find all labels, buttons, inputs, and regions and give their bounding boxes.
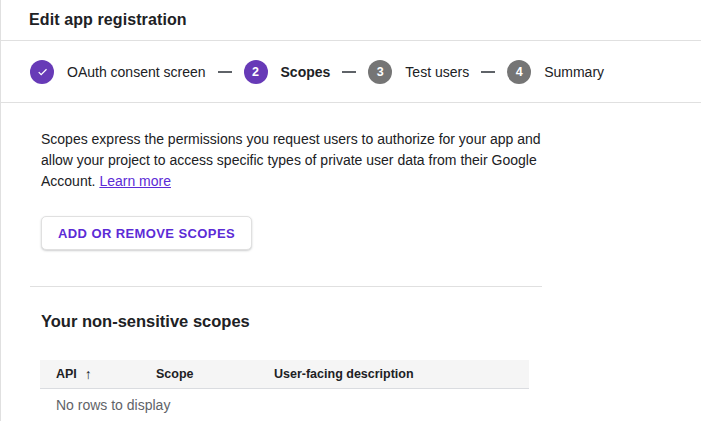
step-label: Scopes bbox=[281, 64, 331, 80]
step-connector bbox=[481, 71, 495, 73]
step-scopes[interactable]: 2 Scopes bbox=[244, 60, 331, 84]
learn-more-link[interactable]: Learn more bbox=[99, 173, 171, 189]
stepper: OAuth consent screen 2 Scopes 3 Test use… bbox=[1, 41, 701, 103]
column-header-scope-label: Scope bbox=[156, 367, 194, 381]
table-empty-message: No rows to display bbox=[40, 389, 529, 413]
non-sensitive-scopes-heading: Your non-sensitive scopes bbox=[41, 312, 701, 331]
column-header-description-label: User-facing description bbox=[274, 367, 414, 381]
step-number-badge: 2 bbox=[244, 60, 268, 84]
step-summary[interactable]: 4 Summary bbox=[507, 60, 604, 84]
page-header: Edit app registration bbox=[1, 0, 701, 41]
page-title: Edit app registration bbox=[29, 11, 187, 29]
step-connector bbox=[342, 71, 356, 73]
step-connector bbox=[218, 71, 232, 73]
step-label: Test users bbox=[405, 64, 469, 80]
section-divider bbox=[30, 286, 542, 287]
step-test-users[interactable]: 3 Test users bbox=[368, 60, 469, 84]
step-label: OAuth consent screen bbox=[67, 64, 206, 80]
step-completed-check-icon bbox=[30, 60, 54, 84]
step-oauth-consent-screen[interactable]: OAuth consent screen bbox=[30, 60, 206, 84]
column-header-scope[interactable]: Scope bbox=[156, 367, 274, 381]
step-number-badge: 3 bbox=[368, 60, 392, 84]
column-header-api-label: API bbox=[56, 367, 77, 381]
column-header-description[interactable]: User-facing description bbox=[274, 367, 529, 381]
table-header-row: API ↑ Scope User-facing description bbox=[40, 360, 529, 389]
add-or-remove-scopes-button[interactable]: ADD OR REMOVE SCOPES bbox=[41, 216, 252, 250]
edit-app-registration-page: Edit app registration OAuth consent scre… bbox=[0, 0, 701, 421]
sort-ascending-icon[interactable]: ↑ bbox=[85, 367, 92, 381]
step-label: Summary bbox=[544, 64, 604, 80]
step-number-badge: 4 bbox=[507, 60, 531, 84]
scopes-description: Scopes express the permissions you reque… bbox=[41, 129, 549, 192]
non-sensitive-scopes-table: API ↑ Scope User-facing description No r… bbox=[40, 360, 529, 413]
column-header-api[interactable]: API ↑ bbox=[56, 367, 156, 381]
